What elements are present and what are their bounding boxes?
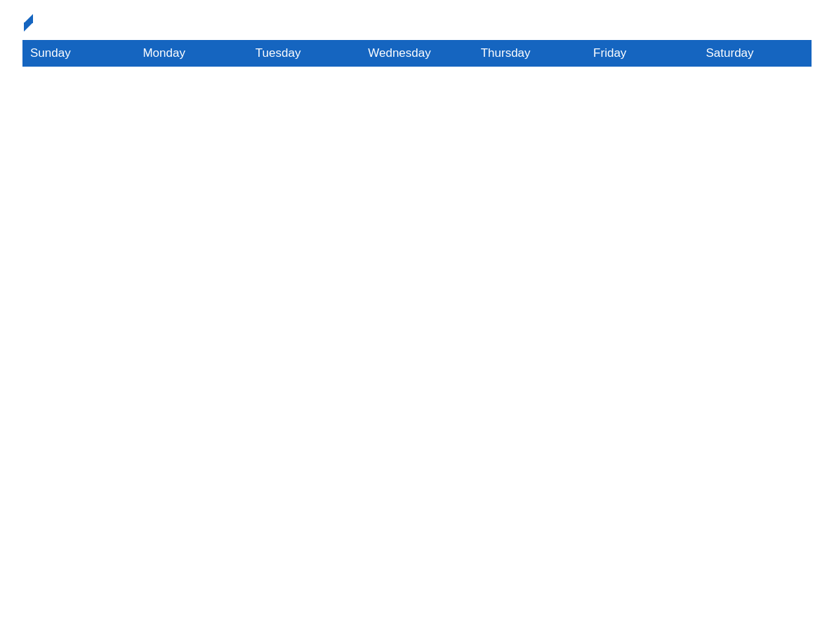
col-wednesday: Wednesday [361,41,473,67]
col-tuesday: Tuesday [248,41,360,67]
calendar-header-row: Sunday Monday Tuesday Wednesday Thursday… [23,41,812,67]
calendar-table: Sunday Monday Tuesday Wednesday Thursday… [22,40,812,67]
col-sunday: Sunday [23,41,135,67]
col-monday: Monday [135,41,248,67]
logo-flag-icon [24,14,33,32]
col-friday: Friday [586,41,699,67]
col-thursday: Thursday [473,41,585,67]
logo [22,17,33,27]
page-header [22,17,812,27]
col-saturday: Saturday [699,41,811,67]
